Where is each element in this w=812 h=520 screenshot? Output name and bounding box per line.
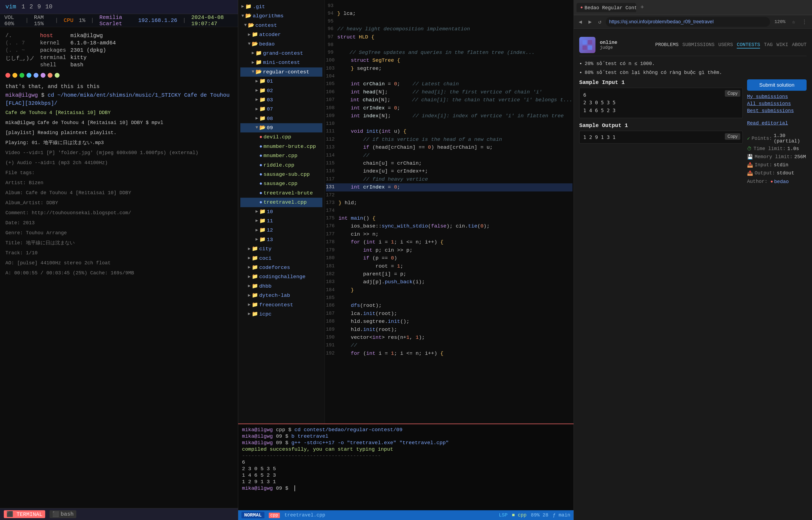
tree-02[interactable]: ▶ 📁 02 [240, 86, 323, 95]
nav-contests[interactable]: CONTESTS [737, 42, 760, 49]
term-line-2: mika@ilgwg 09 $ b treetravel [242, 433, 570, 439]
tree-codeforces[interactable]: ▶ 📁 codeforces [240, 263, 323, 272]
sample-input-title: Sample Input 1 [579, 79, 743, 85]
folder-icon: 📁 [252, 291, 258, 300]
oj-header: online judge PROBLEMS SUBMISSIONS USERS … [579, 34, 807, 56]
tree-sausage-sub[interactable]: ● sausage-sub.cpp [240, 170, 323, 179]
file-icon: ● [259, 189, 262, 197]
settings-button[interactable]: ⋮ [800, 17, 809, 26]
nav-wiki[interactable]: WIKI [777, 42, 788, 49]
dot-lime [55, 73, 60, 78]
code-line-93: 93 [326, 2, 572, 10]
forward-button[interactable]: ▶ [586, 17, 594, 26]
tree-codingchallenge[interactable]: ▶ 📁 codingchallenge [240, 272, 323, 281]
tree-dytech-lab[interactable]: ▶ 📁 dytech-lab [240, 291, 323, 300]
info-bar: VOL 60% | RAM 15% | CPU 1% | Remilia Sca… [0, 14, 238, 27]
tree-contest[interactable]: ▼ 📂 contest [240, 21, 323, 30]
tree-atcoder[interactable]: ▶ 📁 atcoder [240, 30, 323, 39]
folder-icon: 📁 [259, 217, 266, 225]
folder-icon: 📁 [252, 273, 258, 281]
folder-icon: 📁 [252, 31, 258, 39]
nav-about[interactable]: ABOUT [792, 42, 807, 49]
progress-display: 89% 28 [531, 513, 549, 518]
nav-users[interactable]: USERS [718, 42, 733, 49]
bash-tab-icon: ⬛ [52, 511, 59, 518]
folder-icon: 📁 [252, 282, 258, 290]
tree-13[interactable]: ▶ 📁 13 [240, 235, 323, 244]
code-line-182: 182 parent[i] = p; [326, 270, 572, 278]
browser-chrome: ● Bedao Regular Contest 0: ☆ ✕ + [574, 0, 812, 15]
folder-icon: 📁 [259, 96, 266, 104]
zoom-display: 120% [772, 18, 788, 25]
file-icon: ● [259, 180, 262, 188]
folder-icon: 📁 [259, 236, 266, 244]
tree-riddle[interactable]: ● riddle.cpp [240, 161, 323, 170]
vol-display: VOL 60% [4, 15, 20, 27]
bookmark-button[interactable]: ☆ [790, 17, 797, 26]
tree-icpc[interactable]: ▶ 📁 icpc [240, 310, 323, 319]
tree-devil[interactable]: ● devil.cpp [240, 132, 323, 141]
nav-problems[interactable]: PROBLEMS [655, 42, 678, 49]
dot-orange [48, 73, 53, 78]
tree-03[interactable]: ▶ 📁 03 [240, 95, 323, 105]
tree-freecontest[interactable]: ▶ 📁 freecontest [240, 301, 323, 310]
code-line-177: 177 cin >> n; [326, 231, 572, 238]
tree-mini-contest[interactable]: ▶ 📁 mini-contest [240, 58, 323, 67]
bash-tab[interactable]: ⬛ bash [50, 510, 76, 518]
tree-coci[interactable]: ▶ 📁 coci [240, 254, 323, 263]
read-editorial-link[interactable]: Read editorial [747, 121, 807, 126]
tree-bedao[interactable]: ▼ 📂 bedao [240, 40, 323, 49]
memory-item: 💾 Memory limit: 256M [747, 154, 807, 160]
tree-treetravel[interactable]: ● treetravel.cpp [240, 198, 323, 207]
tree-grand-contest[interactable]: ▶ 📁 grand-contest [240, 49, 323, 58]
sample-output-copy-button[interactable]: Copy [725, 133, 740, 140]
code-editor[interactable]: 93 94 } lca; 95 96 // heavy light decomp… [325, 0, 573, 423]
vim-right-info: LSP ■ cpp 89% 28 ƒ main [499, 513, 570, 518]
oj-nav: PROBLEMS SUBMISSIONS USERS CONTESTS TAG … [622, 42, 807, 49]
tree-10[interactable]: ▶ 📁 10 [240, 207, 323, 216]
left-top: /. (. . 7 (. . ~ じしf_,)ノ host kernel pac… [3, 30, 235, 71]
best-submissions-link[interactable]: Best submissions [747, 108, 807, 113]
tree-08[interactable]: ▶ 📁 08 [240, 114, 323, 123]
tree-dhbb[interactable]: ▶ 📁 dhbb [240, 282, 323, 291]
tree-city[interactable]: ▶ 📁 city [240, 244, 323, 254]
tree-regular-contest[interactable]: ▼ 📂 regular-contest [240, 68, 323, 77]
sample-input-copy-button[interactable]: Copy [725, 90, 740, 97]
cpp-indicator: cpp [269, 513, 280, 518]
author-name[interactable]: bedao [774, 179, 789, 184]
url-bar[interactable] [606, 17, 770, 27]
back-button[interactable]: ◀ [577, 17, 584, 26]
tree-01[interactable]: ▶ 📁 01 [240, 77, 323, 86]
middle-terminal[interactable]: mika@ilgwg cpp $ cd contest/bedao/regula… [238, 423, 573, 510]
tree-algorithms[interactable]: ▼ 📂 algorithms [240, 11, 323, 21]
user-display: Remilia Scarlet [99, 15, 133, 27]
refresh-button[interactable]: ↺ [596, 17, 604, 26]
tree-mnumber[interactable]: ● mnumber.cpp [240, 151, 323, 160]
tree-git[interactable]: ▶ 📁 .git [240, 2, 323, 11]
ram-display: RAM 15% [34, 15, 50, 27]
code-line-185: 185 [326, 294, 572, 302]
tree-mnumber-brute[interactable]: ● mnumber-brute.cpp [240, 142, 323, 151]
nav-submissions[interactable]: SUBMISSIONS [682, 42, 715, 49]
file-icon: ● [259, 142, 262, 151]
dot-green [20, 73, 24, 78]
browser-tab[interactable]: ● Bedao Regular Contest 0: ☆ ✕ [577, 3, 636, 12]
problem-main: Sample Input 1 Copy 62 3 0 5 3 51 4 6 5 … [579, 79, 743, 184]
tree-11[interactable]: ▶ 📁 11 [240, 216, 323, 226]
submit-solution-button[interactable]: Submit solution [747, 79, 807, 91]
tree-treetravel-brute[interactable]: ● treetravel-brute [240, 188, 323, 198]
tree-12[interactable]: ▶ 📁 12 [240, 226, 323, 235]
tree-sausage[interactable]: ● sausage.cpp [240, 179, 323, 188]
color-palette-dots [3, 71, 235, 80]
nav-tag[interactable]: TAG [764, 42, 773, 49]
folder-icon: 📂 [252, 40, 258, 48]
browser-nav: ◀ ▶ ↺ 120% ☆ ⋮ [574, 15, 812, 29]
tree-09[interactable]: ▼ 📂 09 [240, 123, 323, 132]
my-submissions-link[interactable]: My submissions [747, 94, 807, 99]
new-tab-button[interactable]: + [638, 3, 646, 12]
folder-icon: 📁 [245, 3, 252, 11]
all-submissions-link[interactable]: All submissions [747, 101, 807, 106]
code-line-184: 184 } [326, 286, 572, 294]
tree-07[interactable]: ▶ 📁 07 [240, 105, 323, 114]
terminal-tab[interactable]: ⬛ TERMINAL [4, 510, 45, 518]
